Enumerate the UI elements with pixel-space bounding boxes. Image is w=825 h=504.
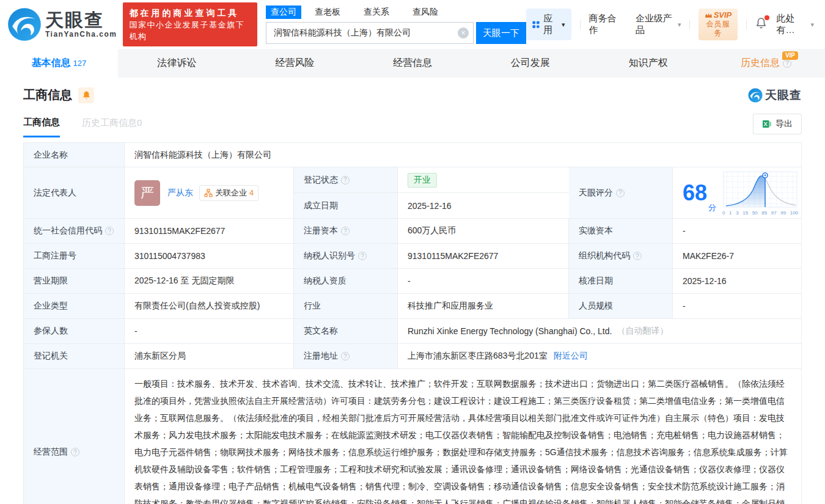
svip-member-badge[interactable]: SVIP 会员服务 <box>698 9 737 40</box>
reg-number-value: 310115004737983 <box>125 244 294 268</box>
help-icon[interactable] <box>616 189 625 197</box>
field-label-taxpayer-id: 纳税人识别号 <box>294 244 398 268</box>
related-companies-badge[interactable]: 关联企业 4 <box>199 185 258 201</box>
score-unit: 分 <box>708 202 716 216</box>
field-label-est-date: 成立日期 <box>294 193 398 218</box>
monitor-bell-icon[interactable] <box>78 87 94 103</box>
user-menu[interactable]: 此处有… <box>777 13 815 36</box>
chevron-down-icon <box>678 21 681 29</box>
promo-line-2: 国家中小企业发展子基金旗下机构 <box>129 19 251 42</box>
paid-capital-value: - <box>673 219 801 243</box>
search-button[interactable]: 天眼一下 <box>476 22 526 44</box>
tab-operating-risk[interactable]: 经营风险 <box>236 49 354 78</box>
table-row: 统一社会信用代码 91310115MAK2FE2677 注册资本 600万人民币… <box>24 219 801 244</box>
clear-input-icon[interactable] <box>458 27 469 38</box>
company-name-value: 润智信科能源科技（上海）有限公司 <box>125 143 801 167</box>
legal-rep-name-link[interactable]: 严从东 <box>167 188 193 199</box>
approval-date-value: 2025-12-16 <box>673 269 801 293</box>
reg-capital-value: 600万人民币 <box>398 219 569 243</box>
table-row: 企业类型 有限责任公司(自然人投资或控股) 行业 科技推广和应用服务业 人员规模… <box>24 294 801 319</box>
svip-sublabel: 会员服务 <box>704 20 732 38</box>
credit-code-value: 91310115MAK2FE2677 <box>125 219 294 243</box>
logo-title: 天眼查 <box>45 10 117 30</box>
tianyan-score-cell: 68 分 <box>673 167 801 218</box>
tianyancha-company-page: 天眼查 TianYanCha.com 都在用的商业查询工具 国家中小企业发展子基… <box>0 0 825 504</box>
taxpayer-quality-value: - <box>398 269 569 293</box>
promo-banner: 都在用的商业查询工具 国家中小企业发展子基金旗下机构 <box>123 2 257 46</box>
search-tab-boss[interactable]: 查老板 <box>310 5 345 19</box>
notifications-bell-icon[interactable] <box>755 17 767 32</box>
help-icon[interactable] <box>105 227 114 235</box>
subtab-business-info[interactable]: 工商信息 <box>23 111 60 137</box>
search-tab-risk[interactable]: 查风险 <box>408 5 443 19</box>
notification-dot <box>765 15 769 20</box>
chevron-down-icon <box>810 21 814 29</box>
legal-rep-avatar[interactable]: 严 <box>134 180 160 206</box>
field-label-legal-rep: 法定代表人 <box>24 167 125 218</box>
help-icon[interactable] <box>341 176 350 184</box>
tab-operating-info[interactable]: 经营信息 <box>354 49 472 78</box>
table-row: 法定代表人 严 严从东 关联企业 4 <box>24 167 801 219</box>
field-label-industry: 行业 <box>294 294 398 318</box>
watermark-logo-text: 天眼查 <box>765 87 802 103</box>
vip-tag: VIP <box>782 51 798 60</box>
reg-address-value: 上海市浦东新区枣庄路683号北201室 附近公司 <box>398 344 801 368</box>
nearby-companies-link[interactable]: 附近公司 <box>554 351 588 362</box>
tianyancha-logo[interactable]: 天眼查 TianYanCha.com <box>7 7 117 42</box>
table-row: 成立日期 2025-12-16 <box>294 193 569 218</box>
search-input[interactable] <box>266 22 474 44</box>
field-label-business-term: 营业期限 <box>24 269 125 293</box>
apps-grid-icon <box>532 20 540 29</box>
field-label-reg-status: 登记状态 <box>294 167 398 192</box>
table-row: 工商注册号 310115004737983 纳税人识别号 91310115MAK… <box>24 244 801 269</box>
chevron-down-icon <box>562 21 565 29</box>
help-icon[interactable] <box>358 252 367 260</box>
score-value: 68 <box>683 182 707 204</box>
tab-intellectual-property[interactable]: 知识产权 <box>589 49 707 78</box>
basic-info-count: 127 <box>73 59 87 68</box>
nav-enterprise-products[interactable]: 企业级产品 <box>636 13 681 36</box>
subtab-history-business-info[interactable]: 历史工商信息0 <box>82 112 142 136</box>
tab-company-development[interactable]: 公司发展 <box>471 49 589 78</box>
help-icon[interactable] <box>341 227 350 235</box>
subtabs-row: 工商信息 历史工商信息0 导出 <box>23 112 802 136</box>
apps-menu[interactable]: 应用 <box>526 9 571 40</box>
field-label-business-scope: 经营范围 <box>24 369 125 504</box>
field-label-english-name: 英文名称 <box>294 319 398 343</box>
table-row: 经营范围 一般项目：技术服务、技术开发、技术咨询、技术交流、技术转让、技术推广；… <box>24 369 801 504</box>
org-code-value: MAK2FE26-7 <box>673 244 801 268</box>
table-row: 营业期限 2025-12-16 至 无固定期限 纳税人资质 - 核准日期 202… <box>24 269 801 294</box>
staff-size-value: - <box>673 294 801 318</box>
company-type-value: 有限责任公司(自然人投资或控股) <box>125 294 294 318</box>
status-badge: 开业 <box>408 173 437 188</box>
field-label-reg-capital: 注册资本 <box>294 219 398 243</box>
tianyancha-logo-icon <box>7 7 42 42</box>
excel-icon <box>762 119 772 129</box>
tab-legal-proceedings[interactable]: 法律诉讼 <box>118 49 236 78</box>
search-tab-relation[interactable]: 查关系 <box>359 5 394 19</box>
related-companies-count: 4 <box>249 188 254 197</box>
search-area: 查公司 查老板 查关系 查风险 天眼一下 <box>266 5 526 44</box>
nav-business-cooperation[interactable]: 商务合作 <box>589 13 621 36</box>
score-distribution-chart: 0131550859799100 <box>721 170 799 216</box>
search-tab-company[interactable]: 查公司 <box>266 5 301 19</box>
est-date-value: 2025-12-16 <box>398 193 569 218</box>
tab-history-info[interactable]: VIP 历史信息 <box>707 49 825 78</box>
field-label-insured-count: 参保人数 <box>24 319 125 343</box>
logo-domain: TianYanCha.com <box>45 30 117 38</box>
tab-basic-info[interactable]: 基本信息 127 <box>0 49 118 78</box>
table-row: 企业名称 润智信科能源科技（上海）有限公司 <box>24 143 801 167</box>
help-icon[interactable] <box>633 252 642 260</box>
reg-authority-value: 浦东新区分局 <box>125 344 294 368</box>
table-row: 登记状态 开业 <box>294 167 569 193</box>
crown-icon <box>705 12 713 18</box>
field-label-reg-address: 注册地址 <box>294 344 398 368</box>
help-icon[interactable] <box>783 59 791 68</box>
legal-rep-cell: 严 严从东 关联企业 4 <box>125 167 294 218</box>
section-title: 工商信息 <box>23 87 72 103</box>
export-button[interactable]: 导出 <box>753 114 802 134</box>
field-label-taxpayer-quality: 纳税人资质 <box>294 269 398 293</box>
help-icon[interactable] <box>71 448 79 456</box>
help-icon[interactable] <box>341 352 350 360</box>
score-axis-ticks: 0131550859799100 <box>721 210 799 216</box>
